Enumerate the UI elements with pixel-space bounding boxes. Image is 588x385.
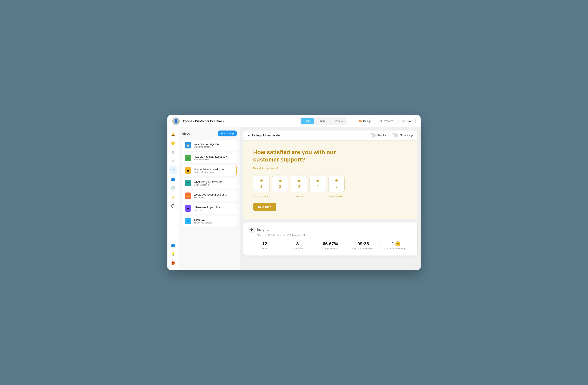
header-nav: Build Share Results	[300, 117, 347, 125]
rating-label-center: Neutral	[295, 195, 303, 198]
step-icon-welcome: 🏠	[185, 142, 191, 149]
stat-starts: 12 Starts	[248, 240, 281, 251]
stat-confidence: 1 😊 Confidence rating	[380, 240, 412, 251]
app-window: 👤 Forms - Customer Feedback Build Share …	[168, 115, 420, 270]
bulb-icon[interactable]: 💡	[169, 250, 177, 258]
people-icon[interactable]: 👥	[169, 241, 177, 249]
stat-completion-rate: 66.67% Completion rate	[314, 240, 347, 251]
header-actions: 🎨 Design 👁 Preview ⚪ Draft	[355, 118, 416, 124]
step-icon-rating: ★	[185, 167, 191, 174]
clock-icon[interactable]: 🕐	[169, 184, 177, 192]
step-welcome[interactable]: 🏠 Welcome to Sugestio Welcome screen	[182, 140, 237, 151]
gear-icon: ⚙	[250, 228, 253, 232]
steps-header: Steps + Add step	[182, 131, 237, 136]
kanban-icon[interactable]: ⊞	[169, 157, 177, 165]
steps-panel: Steps + Add step 🏠 Welcome to Sugestio W…	[179, 127, 240, 270]
app-header: 👤 Forms - Customer Feedback Build Share …	[168, 115, 420, 127]
rating-option-3[interactable]: ★ 3	[291, 175, 307, 192]
stat-avg-time-label: Avg. Time to complete	[347, 247, 379, 250]
preview-icon: 👁	[380, 119, 383, 123]
stat-confidence-value: 1 😊	[380, 241, 412, 247]
content-area: ★ Rating - Linear scale Required Show Im…	[240, 127, 420, 270]
star-icon-4: ★	[316, 179, 319, 183]
nav-share[interactable]: Share	[315, 118, 329, 124]
step-text-yes-no: Would you recommend us... Yes or No	[194, 193, 234, 199]
help-icon[interactable]: ?	[169, 166, 177, 174]
form-card-header: ★ Rating - Linear scale Required Show Im…	[243, 131, 417, 140]
step-yes-no[interactable]: 👍 Would you recommend us... Yes or No	[182, 190, 237, 201]
next-step-button[interactable]: Next Step	[253, 203, 276, 211]
insights-meta: Shared at: 18 July • Last edit: 18 July …	[257, 234, 412, 236]
design-button[interactable]: 🎨 Design	[355, 118, 375, 124]
form-card: ★ Rating - Linear scale Required Show Im…	[243, 131, 417, 219]
step-text-rating: How satisfied you with our... Rating - L…	[194, 168, 234, 173]
star-icon-3: ★	[297, 179, 300, 183]
rating-label-right: Very satisfied	[329, 195, 343, 198]
step-first-click[interactable]: ✦ Where would you click to... First clic…	[182, 203, 237, 214]
insights-stats: 12 Starts 8 Completed 66.67% Completion …	[248, 240, 412, 251]
step-open-question[interactable]: ? What was your favourite... Open Questi…	[182, 178, 237, 189]
emoji-icon[interactable]: 🙂	[169, 139, 177, 147]
add-step-button[interactable]: + Add step	[218, 131, 237, 136]
step-icon-multiple-choice: ≡	[185, 154, 191, 161]
draft-button[interactable]: ⚪ Draft	[399, 118, 416, 124]
step-text-open-question: What was your favourite... Open Question	[194, 180, 234, 186]
main-layout: 🔔 🙂 ▦ ⊞ ? 👥 🕐 ⚡ 💬 👥 💡 🎁 Steps + Add step…	[168, 127, 420, 270]
step-thank-you[interactable]: ✦ Thank you Thank you screen	[182, 215, 237, 227]
rating-option-5[interactable]: ★ 5	[328, 175, 345, 192]
show-image-toggle[interactable]	[391, 133, 398, 137]
steps-title: Steps	[182, 132, 190, 135]
nav-results[interactable]: Results	[330, 118, 346, 124]
nav-build[interactable]: Build	[301, 118, 314, 124]
star-icon-5: ★	[335, 179, 338, 183]
step-multiple-choice[interactable]: ≡ How did you hear about us? Multiple ch…	[182, 152, 237, 163]
stat-completed: 8 Completed	[281, 240, 314, 251]
step-text-thank-you: Thank you Thank you screen	[194, 218, 234, 224]
insights-header: ⚙ Insights	[248, 227, 412, 233]
confidence-emoji: 😊	[395, 241, 400, 247]
rating-labels: Very unsatisfied Neutral Very satisfied	[253, 195, 343, 198]
step-text-welcome: Welcome to Sugestio Welcome screen	[194, 143, 234, 148]
insights-icon: ⚙	[248, 227, 255, 233]
layers-icon[interactable]: ▦	[169, 149, 177, 156]
app-title: Forms - Customer Feedback	[183, 119, 297, 123]
rating-star-icon: ★	[248, 134, 250, 137]
lightning-icon[interactable]: ⚡	[169, 193, 177, 201]
stat-completed-label: Completed	[281, 247, 314, 250]
stat-avg-time-value: 09:38	[347, 241, 379, 247]
rating-options: ★ 1 ★ 2 ★ 3 ★ 4	[253, 175, 407, 192]
rating-option-1[interactable]: ★ 1	[253, 175, 270, 192]
required-toggle[interactable]	[369, 133, 376, 137]
step-icon-yes-no: 👍	[185, 192, 191, 199]
sidebar-icons: 🔔 🙂 ▦ ⊞ ? 👥 🕐 ⚡ 💬 👥 💡 🎁	[168, 127, 179, 270]
gift-icon[interactable]: 🎁	[169, 259, 177, 267]
notifications-icon[interactable]: 🔔	[169, 131, 177, 138]
step-icon-first-click: ✦	[185, 205, 191, 212]
rating-option-2[interactable]: ★ 2	[272, 175, 288, 192]
design-icon: 🎨	[359, 119, 362, 123]
step-rating[interactable]: ★ How satisfied you with our... Rating -…	[182, 165, 237, 176]
team-icon[interactable]: 👥	[169, 175, 177, 183]
show-image-toggle-group: Show Image	[391, 133, 413, 137]
preview-button[interactable]: 👁 Preview	[377, 118, 397, 124]
draft-icon: ⚪	[402, 119, 405, 123]
avatar: 👤	[172, 117, 180, 125]
form-description[interactable]: Description (optional)...	[253, 167, 407, 170]
step-icon-open-question: ?	[185, 180, 191, 186]
stat-completed-value: 8	[281, 241, 314, 247]
step-icon-thank-you: ✦	[185, 218, 191, 224]
star-icon-2: ★	[278, 179, 282, 183]
form-card-title: ★ Rating - Linear scale	[248, 134, 280, 137]
step-text-multiple-choice: How did you hear about us? Multiple choi…	[194, 155, 234, 161]
stat-avg-time: 09:38 Avg. Time to complete	[347, 240, 380, 251]
step-text-first-click: Where would you click to... First click	[194, 206, 234, 211]
form-body: How satisfied are you with our customer …	[243, 140, 417, 219]
chat-icon[interactable]: 💬	[169, 202, 177, 210]
insights-card: ⚙ Insights Shared at: 18 July • Last edi…	[243, 222, 417, 255]
stat-starts-value: 12	[248, 241, 281, 247]
rating-option-4[interactable]: ★ 4	[310, 175, 326, 192]
form-question: How satisfied are you with our customer …	[253, 149, 355, 164]
stat-starts-label: Starts	[248, 247, 281, 250]
insights-title: Insights	[257, 228, 269, 232]
star-icon-1: ★	[260, 179, 263, 183]
